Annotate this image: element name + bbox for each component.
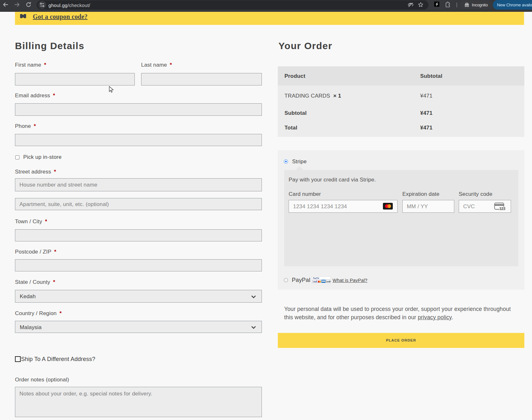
svg-text:123: 123 [500, 207, 505, 210]
